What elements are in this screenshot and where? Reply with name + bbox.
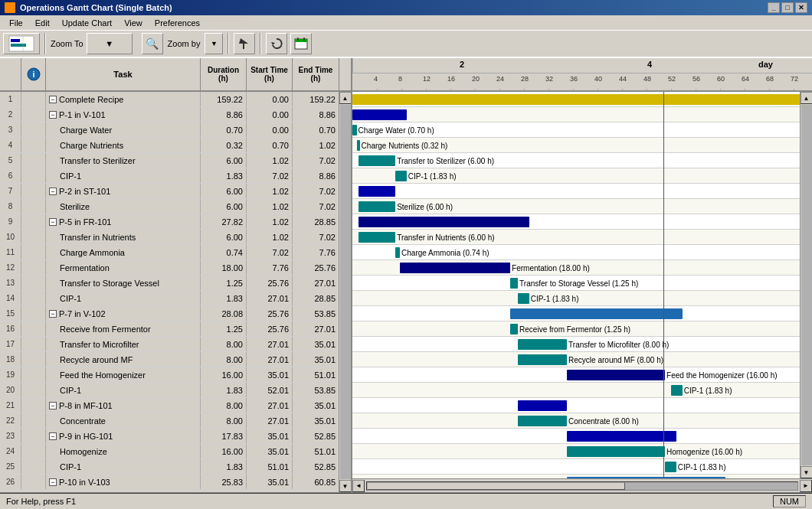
svg-rect-2 [11, 39, 20, 42]
toolbar-icon-btn-1[interactable] [3, 33, 40, 54]
table-row[interactable]: 17 Transfer to Microfilter 8.00 27.01 35… [0, 337, 339, 352]
table-row[interactable]: 2 −P-1 in V-101 8.86 0.00 8.86 [0, 107, 339, 122]
gantt-scroll-up-btn[interactable]: ▲ [801, 92, 813, 104]
table-row[interactable]: 14 CIP-1 1.83 27.01 28.85 [0, 291, 339, 306]
window-title: Operations Gantt Chart (Single Batch) [20, 3, 172, 12]
menu-update-chart[interactable]: Update Chart [56, 17, 118, 29]
toolbar-sep-2 [228, 33, 229, 54]
table-row[interactable]: 24 Homogenize 16.00 35.01 51.01 [0, 444, 339, 459]
scroll-track[interactable] [340, 105, 351, 479]
refresh-btn[interactable] [266, 33, 287, 54]
td-duration: 8.00 [201, 352, 247, 367]
table-row[interactable]: 20 CIP-1 1.83 52.01 53.85 [0, 383, 339, 398]
collapse-icon[interactable]: − [49, 111, 57, 119]
gantt-bar-label: Fermentation (18.00 h) [512, 264, 590, 272]
table-row[interactable]: 4 Charge Nutrients 0.32 0.70 1.02 [0, 138, 339, 153]
scroll-down-btn[interactable]: ▼ [339, 480, 352, 492]
td-info [21, 184, 46, 198]
gantt-bar-label: Charge Water (0.70 h) [359, 126, 434, 135]
table-row[interactable]: 13 Transfer to Storage Vessel 1.25 25.76… [0, 276, 339, 291]
td-start: 35.01 [247, 444, 293, 458]
menu-view[interactable]: View [118, 17, 149, 29]
gantt-scroll-track[interactable] [801, 105, 812, 465]
td-end: 28.85 [293, 214, 339, 229]
table-row[interactable]: 12 Fermentation 18.00 7.76 25.76 [0, 260, 339, 276]
table-row[interactable]: 6 CIP-1 1.83 7.02 8.86 [0, 168, 339, 184]
time-tick: 72 [791, 75, 798, 83]
collapse-icon[interactable]: − [49, 432, 57, 440]
gantt-vscroll[interactable]: ▲ ▼ [800, 92, 812, 478]
gantt-bar: Transfer to Storage Vessel (1.25 h) [510, 278, 518, 289]
gantt-hscroll[interactable]: ◄ ► [352, 478, 812, 492]
collapse-icon[interactable]: − [49, 218, 57, 226]
td-start: 0.70 [247, 138, 293, 152]
collapse-icon[interactable]: − [49, 402, 57, 409]
td-info [21, 429, 46, 443]
zoom-to-dropdown[interactable]: ▼ [87, 33, 133, 54]
td-info [21, 276, 46, 290]
minimize-button[interactable]: _ [768, 2, 780, 13]
table-row[interactable]: 15 −P-7 in V-102 28.08 25.76 53.85 [0, 306, 339, 321]
table-row[interactable]: 9 −P-5 in FR-101 27.82 1.02 28.85 [0, 214, 339, 230]
table-row[interactable]: 8 Sterilize 6.00 1.02 7.02 [0, 199, 339, 214]
td-info [21, 337, 46, 351]
table-row[interactable]: 5 Transfer to Sterilizer 6.00 1.02 7.02 [0, 153, 339, 168]
collapse-icon[interactable]: − [49, 478, 57, 486]
table-row[interactable]: 3 Charge Water 0.70 0.00 0.70 [0, 122, 339, 138]
collapse-icon[interactable]: − [49, 96, 57, 103]
window-controls[interactable]: _ □ ✕ [768, 2, 807, 13]
collapse-icon[interactable]: − [49, 310, 57, 318]
td-duration: 1.83 [201, 291, 247, 305]
toolbar-select-btn[interactable] [234, 33, 255, 54]
td-end: 51.01 [293, 367, 339, 382]
td-end: 60.85 [293, 475, 339, 489]
zoom-by-dropdown[interactable]: ▼ [205, 33, 223, 54]
table-row[interactable]: 1 −Complete Recipe 159.22 0.00 159.22 [0, 92, 339, 107]
menu-file[interactable]: File [3, 17, 29, 29]
table-row[interactable]: 25 CIP-1 1.83 51.01 52.85 [0, 459, 339, 475]
td-row-num: 8 [0, 199, 21, 214]
td-info [21, 122, 46, 137]
gantt-scroll-down-btn[interactable]: ▼ [801, 466, 813, 478]
menu-preferences[interactable]: Preferences [149, 17, 206, 29]
table-row[interactable]: 16 Receive from Fermentor 1.25 25.76 27.… [0, 321, 339, 337]
td-task: −P-10 in V-103 [46, 475, 201, 489]
table-row[interactable]: 19 Feed the Homogenizer 16.00 35.01 51.0… [0, 367, 339, 383]
table-row[interactable]: 23 −P-9 in HG-101 17.83 35.01 52.85 [0, 429, 339, 444]
table-row[interactable]: 10 Transfer in Nutrients 6.00 1.02 7.02 [0, 230, 339, 245]
time-tick: 28 [521, 75, 529, 83]
td-start: 0.00 [247, 107, 293, 122]
table-row[interactable]: 26 −P-10 in V-103 25.83 35.01 60.85 [0, 475, 339, 490]
gantt-bar [352, 94, 800, 105]
hscroll-left-btn[interactable]: ◄ [352, 480, 365, 492]
gantt-bar-label: Transfer to Sterilizer (6.00 h) [397, 157, 494, 165]
table-row[interactable]: 7 −P-2 in ST-101 6.00 1.02 7.02 [0, 184, 339, 199]
gantt-bar: Transfer in Nutrients (6.00 h) [359, 232, 395, 243]
table-row[interactable]: 18 Recycle around MF 8.00 27.01 35.01 [0, 352, 339, 367]
gantt-bar: Charge Ammonia (0.74 h) [395, 247, 400, 258]
hscroll-right-btn[interactable]: ► [800, 480, 812, 492]
menu-edit[interactable]: Edit [29, 17, 56, 29]
hscroll-thumb[interactable] [366, 481, 798, 491]
td-duration: 8.86 [201, 107, 247, 122]
td-info [21, 260, 46, 275]
maximize-button[interactable]: □ [781, 2, 794, 13]
td-end: 7.02 [293, 184, 339, 198]
td-task: Transfer in Nutrients [46, 230, 201, 244]
table-row[interactable]: 21 −P-8 in MF-101 8.00 27.01 35.01 [0, 398, 339, 413]
td-start: 35.01 [247, 429, 293, 443]
table-row[interactable]: 11 Charge Ammonia 0.74 7.02 7.76 [0, 245, 339, 260]
td-row-num: 3 [0, 122, 21, 137]
collapse-icon[interactable]: − [49, 188, 57, 195]
scroll-up-btn[interactable]: ▲ [339, 92, 352, 104]
task-vscroll[interactable]: ▲ ▼ [339, 92, 351, 492]
close-button[interactable]: ✕ [795, 2, 807, 13]
day2-label: 2 [460, 60, 464, 69]
time-tick: 64 [742, 75, 749, 83]
td-duration: 8.00 [201, 398, 247, 413]
gantt-time-bottom: 48121620242832364044485256606468727680 [352, 73, 812, 92]
calendar-btn[interactable] [290, 33, 312, 54]
magnifier-icon-btn[interactable]: 🔍 [142, 33, 163, 54]
gantt-bar-label: Transfer in Nutrients (6.00 h) [397, 233, 494, 242]
table-row[interactable]: 22 Concentrate 8.00 27.01 35.01 [0, 413, 339, 429]
